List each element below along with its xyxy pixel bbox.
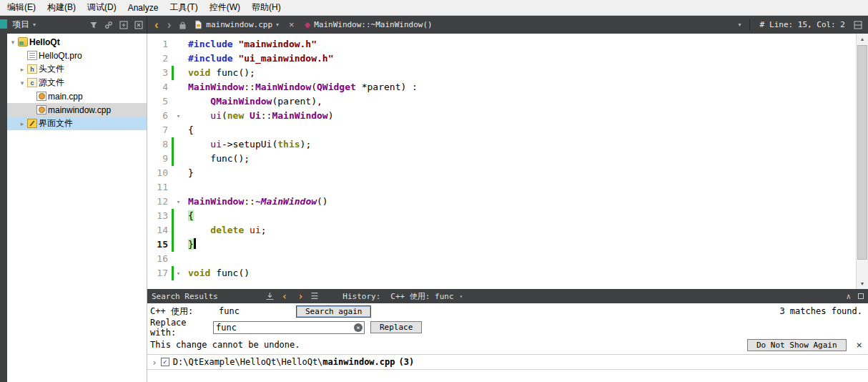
tree-item-5[interactable]: main.cpp	[7, 89, 147, 103]
line-number: 9	[147, 152, 172, 166]
menu-bar: 编辑(E)构建(B)调试(D)Analyze工具(T)控件(W)帮助(H)	[0, 0, 868, 16]
editor-scrollbar[interactable]: ▲ ▼	[856, 34, 868, 289]
line-number: 17	[147, 266, 172, 280]
search-again-button[interactable]: Search again	[296, 305, 371, 318]
next-result-icon[interactable]: ›	[295, 291, 306, 301]
clear-input-icon[interactable]: ×	[354, 323, 363, 332]
line-number: 4	[147, 80, 172, 94]
sidebar-pane-title: 项目	[12, 19, 29, 31]
line-number: 11	[147, 180, 172, 195]
change-bar	[172, 37, 174, 52]
sync-with-editor-icon[interactable]	[103, 19, 114, 31]
undo-warning-text: This change cannot be undone.	[150, 340, 300, 350]
change-bar	[172, 52, 174, 66]
code-text: void func()	[183, 266, 250, 280]
filter-tree-icon[interactable]	[88, 19, 99, 31]
change-bar	[172, 223, 174, 237]
code-line-3: 3void func();	[147, 66, 856, 80]
replace-button[interactable]: Replace	[370, 321, 422, 333]
tree-item-3[interactable]: ▸h头文件	[7, 62, 147, 76]
close-document-icon[interactable]: ×	[285, 19, 298, 30]
history-dropdown[interactable]: C++ 使用: func ▾	[386, 290, 467, 303]
tree-item-4[interactable]: ▾c源文件	[7, 76, 147, 89]
tree-item-7[interactable]: ▸界面文件	[7, 117, 147, 130]
fold-marker-icon[interactable]: ▾	[174, 109, 183, 123]
code-editor[interactable]: 1#include "mainwindow.h"2#include "ui_ma…	[147, 34, 868, 289]
minimize-panel-icon[interactable]: ∧	[846, 292, 851, 301]
go-back-icon[interactable]: ‹	[152, 19, 162, 31]
menu-item-1[interactable]: 编辑(E)	[1, 0, 41, 15]
code-text: QMainWindow(parent),	[183, 94, 322, 109]
open-file-dropdown[interactable]: mainwindow.cpp ▾	[191, 20, 282, 29]
sidebar-pane-selector[interactable]: 项目 ▾	[9, 19, 39, 31]
maximize-panel-icon[interactable]	[858, 293, 864, 299]
project-tree: ▾HelloQtHelloQt.pro▸h头文件▾c源文件main.cppmai…	[7, 34, 147, 382]
code-line-8: 8 ui->setupUi(this);	[147, 137, 856, 152]
replace-with-label: Replace with:	[150, 318, 213, 338]
line-number: 7	[147, 123, 172, 137]
do-not-show-again-button[interactable]: Do Not Show Again	[747, 339, 847, 351]
menu-item-4[interactable]: Analyze	[122, 1, 164, 14]
change-bar	[172, 237, 174, 252]
code-line-11: 11	[147, 180, 856, 195]
menu-item-5[interactable]: 工具(T)	[164, 0, 203, 15]
change-bar	[172, 80, 174, 94]
scrollbar-thumb[interactable]	[857, 45, 867, 260]
replace-input[interactable]	[213, 321, 365, 334]
chevron-right-icon[interactable]: ›	[152, 357, 157, 368]
search-results-title: Search Results	[152, 292, 218, 301]
chevron-down-icon: ▾	[738, 21, 741, 28]
go-forward-icon[interactable]: ›	[164, 19, 174, 31]
fold-marker-icon[interactable]: ▾	[174, 195, 183, 209]
filter-results-icon[interactable]: ☰	[311, 291, 319, 301]
symbol-dropdown[interactable]: ◆ MainWindow::~MainWindow() ▾	[301, 20, 745, 29]
editor-toolbar: ‹ › mainwindow.cpp ▾	[147, 16, 868, 34]
result-checkbox[interactable]: ✓	[161, 358, 169, 366]
code-line-2: 2#include "ui_mainwindow.h"	[147, 52, 856, 66]
fc-icon: c	[27, 78, 37, 87]
find-term: func	[219, 306, 296, 316]
chevron-down-icon[interactable]: ▾	[18, 79, 26, 87]
scroll-down-icon[interactable]: ▼	[857, 278, 868, 289]
tree-item-1[interactable]: ▾HelloQt	[7, 35, 147, 49]
menu-item-6[interactable]: 控件(W)	[204, 0, 246, 15]
code-line-12: 12▾MainWindow::~MainWindow()	[147, 195, 856, 209]
change-bar	[172, 94, 174, 109]
code-text: }	[183, 237, 196, 252]
search-results-titlebar: Search Results ‹ › ☰ History: C++	[147, 289, 868, 303]
menu-item-7[interactable]: 帮助(H)	[246, 0, 287, 15]
chevron-down-icon: ▾	[33, 21, 36, 28]
chevron-right-icon[interactable]: ▸	[18, 120, 26, 127]
split-pane-icon[interactable]	[118, 19, 129, 31]
tree-item-label: HelloQt	[29, 37, 60, 47]
scroll-up-icon[interactable]: ▲	[857, 34, 868, 44]
fold-marker-icon[interactable]: ▾	[174, 266, 183, 280]
line-number: 8	[147, 137, 172, 152]
tree-item-label: HelloQt.pro	[39, 51, 82, 61]
close-pane-icon[interactable]	[133, 19, 144, 31]
history-label: History:	[342, 292, 380, 301]
split-editor-icon[interactable]	[852, 19, 864, 31]
tree-item-6[interactable]: mainwindow.cpp	[7, 103, 147, 117]
tree-item-label: main.cpp	[48, 92, 83, 102]
menu-item-2[interactable]: 构建(B)	[41, 0, 82, 15]
mode-strip[interactable]	[0, 16, 7, 382]
prev-result-icon[interactable]: ‹	[279, 291, 290, 301]
chevron-right-icon[interactable]: ▸	[18, 66, 26, 73]
chevron-down-icon: ▾	[276, 21, 279, 28]
tree-item-label: 界面文件	[39, 117, 73, 129]
menu-item-3[interactable]: 调试(D)	[82, 0, 122, 15]
line-number: 5	[147, 94, 172, 109]
line-number: 15	[147, 237, 172, 252]
form-icon	[27, 119, 37, 128]
current-file-name: mainwindow.cpp	[206, 20, 272, 29]
code-line-13: 13{	[147, 209, 856, 223]
close-warning-icon[interactable]: ×	[857, 339, 862, 351]
result-file-row[interactable]: › ✓ D:\QtExample\HelloQt\HelloQt\mainwin…	[147, 354, 868, 370]
tree-item-2[interactable]: HelloQt.pro	[7, 49, 147, 62]
code-text: MainWindow::MainWindow(QWidget *parent) …	[183, 80, 418, 94]
expand-collapse-all-icon[interactable]	[265, 292, 275, 300]
line-number: 1	[147, 37, 172, 52]
result-path: D:\QtExample\HelloQt\HelloQt\mainwindow.…	[173, 357, 395, 367]
chevron-down-icon[interactable]: ▾	[9, 39, 17, 46]
